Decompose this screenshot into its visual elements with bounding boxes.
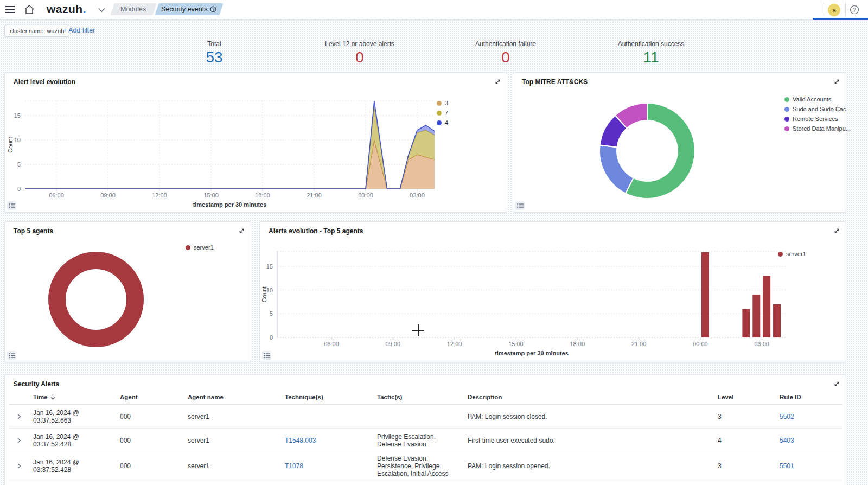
expand-icon[interactable]	[832, 379, 841, 388]
stat-auth-failure-value: 0	[441, 49, 571, 66]
legend-item-remote-services[interactable]: Remote Services	[784, 114, 851, 124]
top5-agents-legend: server1	[186, 242, 214, 252]
top-mitre-donut-chart	[513, 73, 847, 213]
legend-item-level-3[interactable]: 3	[437, 98, 448, 108]
legend-item-level-4[interactable]: 4	[437, 118, 448, 127]
help-icon[interactable]: ?	[850, 5, 859, 15]
table-row: Jan 16, 2024 @ 03:37:52.428 000 server1 …	[9, 452, 843, 480]
cell-technique	[280, 414, 373, 419]
panel-alerts-evolution-top5-agents: Alerts evolution - Top 5 agents 05101506…	[259, 221, 846, 362]
svg-text:5: 5	[270, 310, 273, 317]
panel-title: Top 5 agents	[14, 227, 53, 235]
stat-level12-label: Level 12 or above alerts	[295, 40, 425, 48]
cell-time: Jan 16, 2024 @ 03:37:52.663	[29, 407, 116, 426]
rule-id-link[interactable]: 5502	[780, 413, 794, 420]
home-icon[interactable]	[24, 4, 35, 15]
legend-dot	[437, 120, 442, 125]
stat-level12-value: 0	[295, 49, 425, 66]
legend-toggle-icon[interactable]	[515, 201, 525, 210]
column-header-level: Level	[713, 392, 775, 403]
stat-level12: Level 12 or above alerts 0	[295, 40, 425, 66]
panel-title: Alerts evolution - Top 5 agents	[269, 227, 363, 235]
alert-level-legend: 3 7 4	[437, 98, 448, 127]
panel-alert-level-evolution: Alert level evolution 05101506:0009:0012…	[4, 72, 507, 213]
chevron-down-icon[interactable]	[98, 8, 105, 12]
wazuh-security-events-page: { "colors": { "primary_blue": "#1f6eb5",…	[0, 0, 868, 485]
svg-text:timestamp per 30 minutes: timestamp per 30 minutes	[495, 350, 569, 356]
rule-id-link[interactable]: 5501	[780, 462, 794, 470]
crosshair-cursor	[412, 324, 424, 336]
legend-toggle-icon[interactable]	[262, 351, 271, 360]
legend-dot	[784, 107, 789, 112]
legend-item-server1[interactable]: server1	[778, 249, 806, 259]
legend-item-sudo[interactable]: Sudo and Sudo Cac...	[784, 104, 851, 114]
cell-level: 3	[713, 460, 775, 472]
legend-item-valid-accounts[interactable]: Valid Accounts	[784, 94, 851, 104]
legend-toggle-icon[interactable]	[7, 201, 16, 210]
legend-dot	[778, 252, 783, 257]
legend-item-level-7[interactable]: 7	[437, 108, 448, 118]
breadcrumb-tab-modules[interactable]: Modules	[110, 3, 156, 15]
table-row: Jan 16, 2024 @ 03:37:52.428 000 server1 …	[9, 429, 843, 452]
sort-descending-icon	[50, 394, 56, 400]
expand-row-icon[interactable]	[9, 435, 29, 446]
add-filter-button[interactable]: + Add filter	[63, 27, 95, 34]
column-header-description: Description	[463, 392, 713, 403]
header-divider	[824, 3, 824, 16]
filter-bar: cluster.name: wazuh + Add filter	[0, 20, 868, 37]
cell-agent-name: server1	[183, 460, 280, 472]
stat-auth-success-value: 11	[586, 49, 716, 66]
column-header-agent: Agent	[116, 392, 183, 403]
cell-tactic	[373, 414, 463, 419]
panel-title: Security Alerts	[14, 380, 59, 388]
legend-dot	[784, 117, 789, 122]
cell-tactic: Privilege Escalation, Defense Evasion	[373, 431, 463, 450]
menu-icon[interactable]	[5, 5, 15, 14]
legend-item-server1[interactable]: server1	[186, 242, 214, 252]
column-header-tactic: Tactic(s)	[373, 392, 463, 403]
alerts-evolution-bar-chart: 05101506:0009:0012:0015:0018:0021:0000:0…	[260, 222, 847, 363]
svg-text:15:00: 15:00	[508, 341, 524, 347]
panel-top-mitre-attacks: Top MITRE ATT&CKS Valid Accounts Sudo an…	[513, 72, 846, 213]
cell-agent: 000	[116, 411, 183, 423]
avatar[interactable]: a	[828, 4, 840, 16]
legend-label: Remote Services	[793, 116, 838, 122]
expand-icon[interactable]	[832, 226, 841, 235]
legend-label: server1	[194, 244, 214, 251]
svg-text:5: 5	[17, 161, 21, 168]
column-header-agent-name: Agent name	[183, 392, 280, 403]
filter-pill-cluster-name[interactable]: cluster.name: wazuh	[4, 25, 69, 37]
cell-description: PAM: Login session opened.	[463, 460, 713, 472]
expand-row-icon[interactable]	[9, 411, 29, 422]
svg-text:18:00: 18:00	[255, 192, 270, 199]
svg-text:06:00: 06:00	[49, 192, 64, 199]
svg-text:?: ?	[853, 7, 856, 13]
cell-tactic: Defense Evasion, Persistence, Privilege …	[373, 452, 463, 480]
legend-toggle-icon[interactable]	[7, 351, 16, 360]
mitre-legend: Valid Accounts Sudo and Sudo Cac... Remo…	[784, 94, 851, 133]
cell-agent-name: server1	[183, 411, 280, 423]
technique-link[interactable]: T1078	[285, 462, 303, 470]
expand-row-icon[interactable]	[9, 461, 29, 471]
expand-icon[interactable]	[237, 226, 246, 235]
svg-text:Count: Count	[7, 137, 14, 152]
svg-text:10: 10	[266, 287, 273, 293]
expand-icon[interactable]	[832, 77, 841, 86]
column-header-time[interactable]: Time	[29, 392, 116, 403]
technique-link[interactable]: T1548.003	[285, 437, 316, 444]
rule-id-link[interactable]: 5403	[780, 437, 794, 444]
svg-text:0: 0	[270, 334, 273, 341]
breadcrumb-tab-security-events[interactable]: Security events	[155, 3, 223, 15]
info-icon	[210, 6, 217, 12]
legend-dot	[784, 97, 789, 102]
logo-text: wazuh	[47, 3, 83, 15]
wazuh-logo[interactable]: wazuh.	[47, 3, 86, 16]
svg-text:18:00: 18:00	[570, 341, 585, 347]
expand-icon[interactable]	[493, 77, 502, 86]
svg-text:12:00: 12:00	[152, 192, 167, 199]
logo-dot: .	[83, 3, 86, 15]
legend-item-stored-data[interactable]: Stored Data Manipu...	[784, 124, 851, 133]
svg-text:03:00: 03:00	[754, 341, 769, 347]
svg-text:10: 10	[14, 137, 21, 143]
svg-text:09:00: 09:00	[386, 341, 401, 347]
